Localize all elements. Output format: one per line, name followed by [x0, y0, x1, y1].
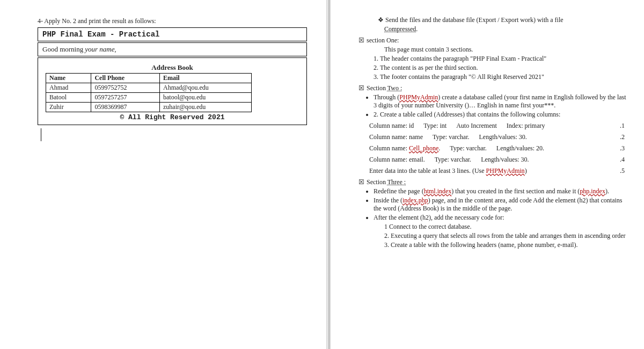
- section-one-label: ☒section One:: [358, 37, 628, 45]
- result-box: Address Book Name Cell Phone Email Ahmad…: [38, 57, 307, 125]
- list-item: 2. Executing a query that selects all ro…: [384, 232, 628, 240]
- enter-data-row: Enter data into the table at least 3 lin…: [369, 167, 628, 175]
- col-name: Name: [46, 74, 91, 83]
- section-three-sublist: 1 Connect to the correct database. 2. Ex…: [384, 223, 628, 249]
- send-files-line: Send the files and the database file (Ex…: [378, 16, 628, 24]
- list-item: The footer contains the paragraph "© All…: [380, 73, 628, 81]
- greeting-var: your name: [85, 45, 114, 53]
- table-header-row: Name Cell Phone Email: [46, 74, 252, 83]
- table-row: Zuhir 0598369987 zuhair@qou.edu: [46, 103, 252, 112]
- text-cursor: [41, 128, 41, 141]
- section-two-label: ☒Section Two :: [358, 84, 628, 92]
- title-box: PHP Final Exam - Practical: [38, 27, 307, 41]
- section-two-list: Through (PHPMyAdmin) create a database c…: [374, 93, 628, 119]
- footer-line: © All Right Reserved 2021: [40, 113, 304, 121]
- checkbox-icon: ☒: [358, 178, 364, 186]
- col-row: Column name: name Type: varchar. Length/…: [369, 133, 628, 141]
- section-three-label: ☒Section Three :: [358, 178, 628, 186]
- section-one-list: The header contains the paragraph "PHP F…: [380, 55, 628, 81]
- list-item: Redefine the page (html.index) that you …: [374, 187, 628, 195]
- list-item: 3. Create a table with the following hea…: [384, 241, 628, 249]
- list-item: The content is as per the third section.: [380, 64, 628, 72]
- list-item: 1 Connect to the correct database.: [384, 223, 628, 231]
- col-email: Email: [160, 74, 252, 83]
- col-row: Column name: email. Type: varchar. Lengt…: [369, 156, 628, 164]
- col-phone: Cell Phone: [91, 74, 160, 83]
- checkbox-icon: ☒: [358, 37, 364, 44]
- col-row: Column name: id Type: int Auto Increment…: [369, 122, 628, 130]
- section-one-sub: This page must contain 3 sections.: [384, 46, 628, 54]
- checkbox-icon: ☒: [358, 84, 364, 92]
- list-item: Through (PHPMyAdmin) create a database c…: [374, 93, 628, 110]
- list-item: After the element (h2), add the necessar…: [374, 214, 628, 222]
- list-item: The header contains the paragraph "PHP F…: [380, 55, 628, 63]
- table-row: Batool 0597257257 batool@qou.edu: [46, 93, 252, 103]
- col-row: Column name: Cell_phone. Type: varchar. …: [369, 144, 628, 152]
- section-three-list: Redefine the page (html.index) that you …: [374, 187, 628, 222]
- left-page: 4- Apply No. 2 and print the result as f…: [0, 0, 326, 349]
- list-item: 2. Create a table called (Addresses) tha…: [374, 111, 628, 119]
- page-divider: [326, 0, 331, 349]
- address-book-title: Address Book: [40, 63, 304, 72]
- column-specs: Column name: id Type: int Auto Increment…: [369, 122, 628, 175]
- greeting-box: Good morning your name,: [38, 42, 307, 56]
- apply-instruction: 4- Apply No. 2 and print the result as f…: [38, 17, 307, 25]
- list-item: Inside the (index.php) page, and in the …: [374, 197, 628, 213]
- right-page: Send the files and the database file (Ex…: [331, 0, 644, 349]
- address-table: Name Cell Phone Email Ahmad 0599752752 A…: [46, 73, 252, 112]
- greeting-prefix: Good morning: [42, 45, 83, 53]
- greeting-suffix: ,: [114, 46, 116, 53]
- table-row: Ahmad 0599752752 Ahmad@qou.edu: [46, 83, 252, 93]
- compressed-line: Compressed.: [384, 25, 628, 33]
